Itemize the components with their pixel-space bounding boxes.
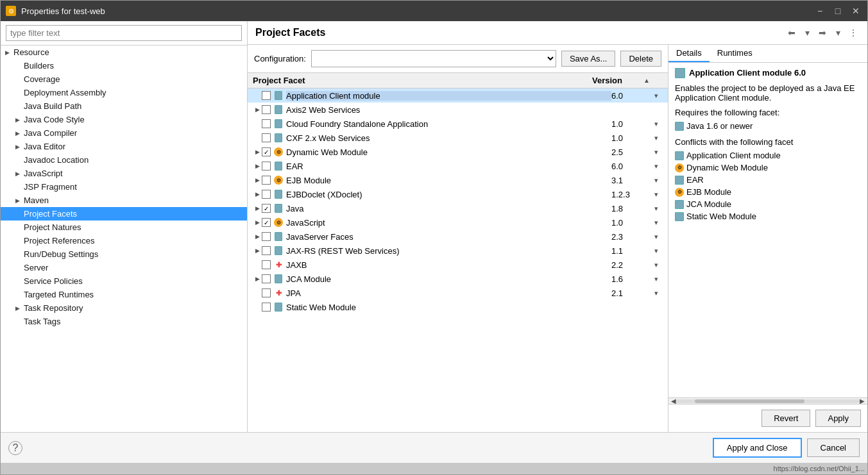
facet-item-axis2[interactable]: ▶Axis2 Web Services bbox=[248, 103, 668, 117]
details-tab-details[interactable]: Details bbox=[668, 45, 710, 62]
facet-name: Cloud Foundry Standalone Application bbox=[286, 119, 611, 129]
sidebar-item-java-compiler[interactable]: ▶Java Compiler bbox=[1, 126, 247, 140]
facet-checkbox[interactable] bbox=[262, 232, 271, 241]
nav-item-label: Task Tags bbox=[24, 317, 61, 326]
sidebar-item-project-references[interactable]: Project References bbox=[1, 234, 247, 247]
apply-button[interactable]: Apply bbox=[815, 410, 861, 427]
dropdown2-icon[interactable]: ▾ bbox=[831, 26, 844, 39]
facet-item-dynamic-web[interactable]: ▶✓⚙Dynamic Web Module2.5▾ bbox=[248, 145, 668, 159]
facet-checkbox[interactable] bbox=[262, 176, 271, 185]
sidebar-item-coverage[interactable]: Coverage bbox=[1, 72, 247, 86]
facet-item-jax-rs[interactable]: ▶JAX-RS (REST Web Services)1.1▾ bbox=[248, 244, 668, 258]
filter-input[interactable] bbox=[6, 25, 242, 41]
facet-checkbox[interactable] bbox=[262, 303, 271, 312]
facet-checkbox[interactable] bbox=[262, 162, 271, 171]
header-icons: ⬅ ▾ ➡ ▾ ⋮ bbox=[785, 26, 860, 39]
facet-version-dropdown[interactable]: ▾ bbox=[650, 204, 663, 213]
facet-version-dropdown[interactable]: ▾ bbox=[650, 261, 663, 269]
help-button[interactable]: ? bbox=[8, 441, 22, 455]
facet-version-dropdown[interactable]: ▾ bbox=[650, 120, 663, 128]
sidebar-item-project-facets[interactable]: Project Facets bbox=[1, 207, 247, 221]
revert-button[interactable]: Revert bbox=[762, 410, 810, 427]
sidebar-item-java-editor[interactable]: ▶Java Editor bbox=[1, 140, 247, 153]
facet-checkbox[interactable] bbox=[262, 105, 271, 114]
facet-item-ejb-module[interactable]: ▶⚙EJB Module3.1▾ bbox=[248, 173, 668, 187]
sidebar-item-deployment-assembly[interactable]: Deployment Assembly bbox=[1, 86, 247, 99]
facet-item-cxf[interactable]: CXF 2.x Web Services1.0▾ bbox=[248, 131, 668, 145]
conf-icon: ⚙ bbox=[675, 163, 684, 172]
sidebar-item-builders[interactable]: Builders bbox=[1, 59, 247, 72]
facet-item-jaxb[interactable]: ✚JAXB2.2▾ bbox=[248, 258, 668, 272]
facet-item-ejbdoclet[interactable]: ▶EJBDoclet (XDoclet)1.2.3▾ bbox=[248, 187, 668, 201]
save-as-button[interactable]: Save As... bbox=[561, 51, 616, 67]
facet-version-dropdown[interactable]: ▾ bbox=[650, 275, 663, 283]
scrollbar-thumb[interactable] bbox=[695, 399, 805, 403]
minimize-button[interactable]: − bbox=[813, 4, 826, 17]
facet-icon-doc bbox=[273, 302, 284, 312]
facet-version-dropdown[interactable]: ▾ bbox=[650, 289, 663, 297]
facet-checkbox[interactable] bbox=[262, 119, 271, 128]
facet-icon-doc bbox=[273, 133, 284, 143]
sidebar-item-server[interactable]: Server bbox=[1, 261, 247, 274]
horizontal-scrollbar[interactable]: ◀ ▶ bbox=[668, 397, 867, 404]
facet-checkbox[interactable] bbox=[262, 133, 271, 142]
facet-version-dropdown[interactable]: ▾ bbox=[650, 134, 663, 142]
sidebar-item-resource[interactable]: ▶Resource bbox=[1, 46, 247, 59]
sidebar-item-javadoc-location[interactable]: Javadoc Location bbox=[1, 153, 247, 167]
back-icon[interactable]: ⬅ bbox=[785, 26, 798, 39]
facet-icon-doc bbox=[273, 189, 284, 199]
facet-checkbox[interactable] bbox=[262, 274, 271, 283]
facet-version-dropdown[interactable]: ▾ bbox=[650, 247, 663, 255]
cancel-button[interactable]: Cancel bbox=[807, 438, 860, 457]
apply-and-close-button[interactable]: Apply and Close bbox=[713, 438, 802, 458]
maximize-button[interactable]: □ bbox=[831, 4, 844, 17]
facet-version-dropdown[interactable]: ▾ bbox=[650, 92, 663, 100]
facet-checkbox[interactable] bbox=[262, 91, 271, 100]
dropdown-icon[interactable]: ▾ bbox=[801, 26, 813, 39]
conf-label: Dynamic Web Module bbox=[686, 163, 768, 172]
sidebar-item-project-natures[interactable]: Project Natures bbox=[1, 221, 247, 234]
facet-version-dropdown[interactable]: ▾ bbox=[650, 148, 663, 156]
sidebar-item-targeted-runtimes[interactable]: Targeted Runtimes bbox=[1, 288, 247, 301]
facet-checkbox[interactable] bbox=[262, 190, 271, 199]
forward-icon[interactable]: ➡ bbox=[816, 26, 829, 39]
facet-item-jsf[interactable]: ▶JavaServer Faces2.3▾ bbox=[248, 229, 668, 244]
col-version-header: Version bbox=[592, 76, 643, 85]
delete-button[interactable]: Delete bbox=[620, 51, 661, 67]
sidebar-item-run-debug-settings[interactable]: Run/Debug Settings bbox=[1, 247, 247, 261]
facet-version-dropdown[interactable]: ▾ bbox=[650, 219, 663, 227]
facet-version-dropdown[interactable]: ▾ bbox=[650, 176, 663, 185]
facet-version-dropdown[interactable]: ▾ bbox=[650, 162, 663, 171]
sidebar-item-task-tags[interactable]: Task Tags bbox=[1, 315, 247, 328]
close-button[interactable]: ✕ bbox=[849, 4, 862, 17]
facet-item-ear[interactable]: ▶EAR6.0▾ bbox=[248, 159, 668, 173]
sidebar-item-task-repository[interactable]: ▶Task Repository bbox=[1, 301, 247, 315]
sidebar-item-java-code-style[interactable]: ▶Java Code Style bbox=[1, 113, 247, 126]
facet-item-jpa[interactable]: ✚JPA2.1▾ bbox=[248, 286, 668, 300]
nav-item-label: Task Repository bbox=[24, 303, 83, 313]
facet-item-cloud-foundry[interactable]: Cloud Foundry Standalone Application1.0▾ bbox=[248, 117, 668, 131]
sidebar-item-javascript[interactable]: ▶JavaScript bbox=[1, 167, 247, 180]
sidebar-item-maven[interactable]: ▶Maven bbox=[1, 194, 247, 207]
facet-checkbox[interactable]: ✓ bbox=[262, 204, 271, 213]
facet-item-app-client[interactable]: Application Client module6.0▾ bbox=[248, 88, 668, 103]
facet-item-javascript[interactable]: ▶✓⚙JavaScript1.0▾ bbox=[248, 215, 668, 229]
facet-checkbox[interactable] bbox=[262, 260, 271, 269]
facet-item-java[interactable]: ▶✓Java1.8▾ bbox=[248, 201, 668, 215]
details-tab-runtimes[interactable]: Runtimes bbox=[710, 45, 760, 62]
facet-checkbox[interactable] bbox=[262, 288, 271, 297]
facet-item-static-web[interactable]: Static Web Module bbox=[248, 300, 668, 314]
col-scroll-up[interactable]: ▲ bbox=[643, 77, 663, 84]
sidebar-item-java-build-path[interactable]: Java Build Path bbox=[1, 99, 247, 113]
facet-checkbox[interactable] bbox=[262, 246, 271, 255]
menu-icon[interactable]: ⋮ bbox=[847, 26, 860, 39]
facet-expand-arrow: ▶ bbox=[253, 219, 262, 226]
sidebar-item-jsp-fragment[interactable]: JSP Fragment bbox=[1, 180, 247, 194]
facet-item-jca-module[interactable]: ▶JCA Module1.6▾ bbox=[248, 272, 668, 286]
facet-checkbox[interactable]: ✓ bbox=[262, 147, 271, 156]
facet-checkbox[interactable]: ✓ bbox=[262, 218, 271, 227]
sidebar-item-service-policies[interactable]: Service Policies bbox=[1, 274, 247, 288]
facet-version-dropdown[interactable]: ▾ bbox=[650, 190, 663, 199]
config-dropdown[interactable] bbox=[311, 50, 556, 67]
facet-version-dropdown[interactable]: ▾ bbox=[650, 233, 663, 241]
